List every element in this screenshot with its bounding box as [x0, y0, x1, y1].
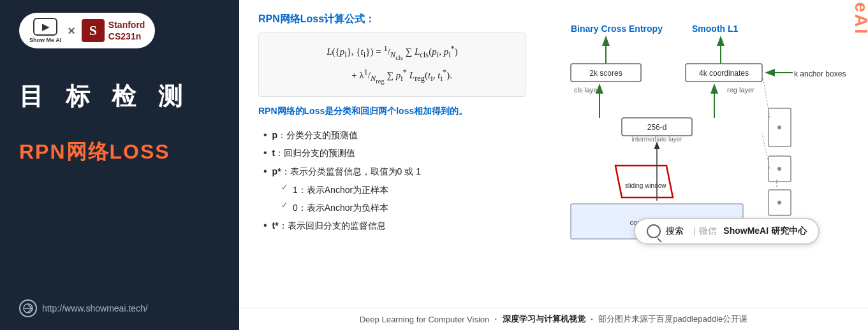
list-item-pstar: p*：表示分类监督信息，取值为0 或 1	[258, 162, 526, 181]
svg-marker-19	[615, 166, 673, 197]
footer-text3: 部分图片来源于百度paddlepaddle公开课	[598, 313, 747, 325]
right-content: Binary Cross Entropy Smooth L1 2k scores…	[539, 13, 858, 301]
footer: Deep Learning for Computer Vision · 深度学习…	[239, 308, 868, 330]
bullet-list-2: t*：表示回归分支的监督信息	[258, 217, 526, 235]
svg-text:reg layer: reg layer	[727, 86, 754, 94]
svg-text:Binary Cross Entropy: Binary Cross Entropy	[571, 24, 663, 34]
svg-point-26	[777, 167, 781, 171]
link-icon	[19, 299, 37, 317]
search-text: 搜索	[666, 226, 684, 237]
list-item-0: 0：表示Anchor为负样本	[276, 199, 526, 217]
footer-text2: 深度学习与计算机视觉	[503, 313, 585, 325]
diagram-svg: Binary Cross Entropy Smooth L1 2k scores…	[539, 19, 858, 245]
stanford-name: Stanford	[108, 19, 145, 31]
search-bold-label: ShowMeAI 研究中心	[723, 226, 807, 237]
search-bar[interactable]: 搜索 ｜微信 ShowMeAI 研究中心	[634, 218, 820, 245]
svg-text:intermediate layer: intermediate layer	[631, 136, 682, 143]
svg-line-30	[762, 73, 770, 118]
svg-text:cls layer: cls layer	[574, 86, 600, 94]
svg-text:2k scores: 2k scores	[589, 69, 622, 78]
left-content: RPN网络Loss计算公式： L({pi}, {ti}) = 1/Ncls ∑ …	[258, 13, 526, 301]
content-area: RPN网络Loss计算公式： L({pi}, {ti}) = 1/Ncls ∑ …	[239, 0, 868, 308]
stanford-course: CS231n	[108, 31, 145, 42]
diagram-container: Binary Cross Entropy Smooth L1 2k scores…	[539, 19, 858, 248]
svg-point-24	[777, 126, 781, 129]
logo-icon: ▶	[33, 18, 57, 36]
list-item-t: t：回归分支的预测值	[258, 144, 526, 162]
main-content: RPN网络Loss计算公式： L({pi}, {ti}) = 1/Ncls ∑ …	[239, 0, 868, 330]
stanford-s-letter: S	[82, 19, 105, 42]
list-item-tstar: t*：表示回归分支的监督信息	[258, 217, 526, 235]
sidebar: ▶ Show Me AI × S Stanford CS231n 目 标 检 测…	[0, 0, 239, 330]
search-divider: ｜微信	[690, 226, 717, 237]
svg-text:k anchor boxes: k anchor boxes	[794, 69, 846, 78]
svg-text:Smooth L1: Smooth L1	[692, 24, 739, 34]
formula-box: L({pi}, {ti}) = 1/Ncls ∑ Lcls(pi, pi*) +…	[258, 32, 526, 97]
website-url: http://www.showmeai.tech/	[42, 303, 148, 313]
footer-text1: Deep Learning for Computer Vision	[360, 315, 490, 324]
footer-dot2: ·	[591, 313, 593, 325]
section-title: RPN网络LOSS	[19, 138, 170, 166]
list-item-p: p：分类分支的预测值	[258, 126, 526, 145]
svg-text:sliding window: sliding window	[625, 182, 666, 189]
watermark: ShowMeAI	[851, 0, 868, 36]
formula-heading: RPN网络Loss计算公式：	[258, 13, 526, 26]
svg-point-28	[777, 201, 781, 204]
stanford-logo: S Stanford CS231n	[82, 19, 145, 42]
formula-line-2: + λ1/Nreg ∑ pi* Lreg(ti, ti*).	[269, 64, 515, 88]
desc-blue: RPN网络的Loss是分类和回归两个loss相加得到的。	[258, 106, 526, 117]
logo-area: ▶ Show Me AI × S Stanford CS231n	[19, 13, 155, 48]
search-icon	[647, 224, 661, 238]
svg-text:⋮: ⋮	[772, 178, 781, 188]
list-item-1: 1：表示Anchor为正样本	[276, 181, 526, 199]
showmeai-label: Show Me AI	[29, 37, 61, 43]
stanford-text: Stanford CS231n	[108, 19, 145, 42]
website-link[interactable]: http://www.showmeai.tech/	[19, 293, 148, 317]
page-title-chinese: 目 标 检 测	[19, 80, 190, 113]
svg-text:256-d: 256-d	[647, 123, 667, 132]
svg-text:4k coordinates: 4k coordinates	[699, 69, 749, 78]
bullet-list: p：分类分支的预测值 t：回归分支的预测值 p*：表示分类监督信息，取值为0 或…	[258, 126, 526, 181]
formula-line-1: L({pi}, {ti}) = 1/Ncls ∑ Lcls(pi, pi*)	[269, 41, 515, 64]
x-separator: ×	[68, 24, 75, 38]
sub-bullet-list: 1：表示Anchor为正样本 0：表示Anchor为负样本	[276, 181, 526, 217]
footer-dot1: ·	[494, 313, 497, 325]
showmeai-logo: ▶ Show Me AI	[29, 18, 61, 43]
